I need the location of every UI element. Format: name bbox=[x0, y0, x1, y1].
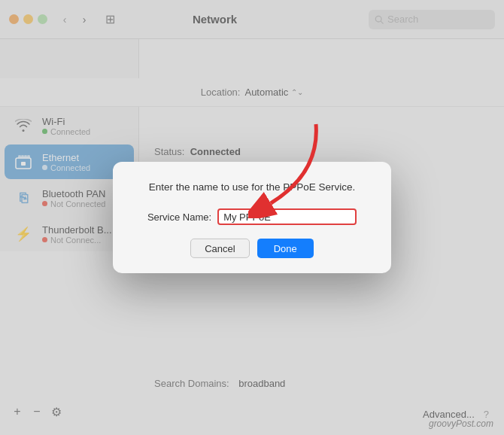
service-name-input[interactable] bbox=[217, 208, 357, 225]
cancel-button[interactable]: Cancel bbox=[190, 239, 249, 258]
done-button[interactable]: Done bbox=[257, 239, 314, 258]
dialog-input-row: Service Name: bbox=[131, 208, 373, 225]
dialog-message: Enter the name to use for the PPPoE Serv… bbox=[131, 180, 373, 195]
dialog: Enter the name to use for the PPPoE Serv… bbox=[113, 162, 391, 273]
dialog-buttons: Cancel Done bbox=[131, 239, 373, 258]
watermark: groovyPost.com bbox=[429, 418, 493, 429]
dialog-input-label: Service Name: bbox=[147, 211, 211, 223]
